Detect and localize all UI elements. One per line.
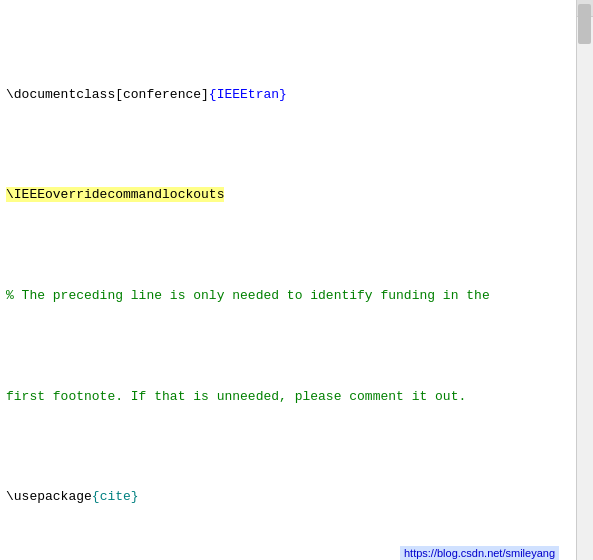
scrollbar-thumb[interactable] bbox=[578, 4, 591, 44]
editor: \documentclass[conference]{IEEEtran} \IE… bbox=[0, 0, 576, 560]
code-line-5: \usepackage{cite} bbox=[6, 487, 570, 507]
code-text: \usepackage bbox=[6, 489, 92, 504]
comment-text: % The preceding line is only needed to i… bbox=[6, 288, 490, 303]
comment-text: first footnote. If that is unneeded, ple… bbox=[6, 389, 466, 404]
highlight-span: \IEEEoverridecommandlockouts bbox=[6, 187, 224, 202]
code-text: {cite} bbox=[92, 489, 139, 504]
code-text: \IEEEoverridecommandlockouts bbox=[6, 187, 224, 202]
code-text: [conference] bbox=[115, 87, 209, 102]
code-text: {IEEEtran} bbox=[209, 87, 287, 102]
code-line-2: \IEEEoverridecommandlockouts bbox=[6, 185, 570, 205]
code-line-1: \documentclass[conference]{IEEEtran} bbox=[6, 85, 570, 105]
scrollbar[interactable]: ▲ bbox=[576, 0, 593, 560]
code-text: \documentclass bbox=[6, 87, 115, 102]
code-line-4: first footnote. If that is unneeded, ple… bbox=[6, 387, 570, 407]
code-content: \documentclass[conference]{IEEEtran} \IE… bbox=[0, 0, 576, 560]
code-line-3: % The preceding line is only needed to i… bbox=[6, 286, 570, 306]
url-bar: https://blog.csdn.net/smileyang bbox=[400, 546, 559, 560]
